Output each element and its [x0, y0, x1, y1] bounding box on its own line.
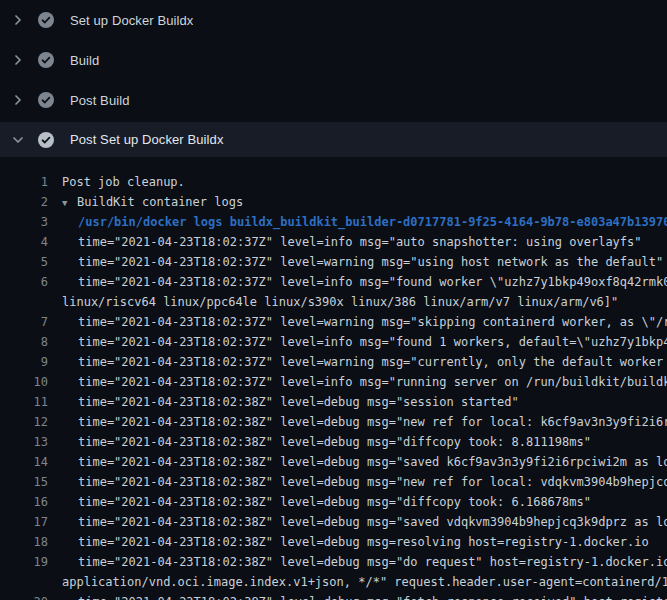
log-line: 4 time="2021-04-23T18:02:37Z" level=info… — [0, 232, 667, 252]
log-line: 10 time="2021-04-23T18:02:37Z" level=inf… — [0, 372, 667, 392]
log-line-number[interactable] — [0, 292, 48, 312]
log-line-text: time="2021-04-23T18:02:37Z" level=info m… — [48, 232, 642, 252]
log-line-number[interactable]: 6 — [0, 272, 48, 292]
check-circle-icon — [38, 132, 54, 148]
log-line: 19 time="2021-04-23T18:02:38Z" level=deb… — [0, 552, 667, 572]
log-line-number[interactable]: 2 — [0, 192, 48, 212]
step-label: Build — [70, 53, 99, 68]
log-line-text: Post job cleanup. — [48, 172, 185, 192]
log-line: 16 time="2021-04-23T18:02:38Z" level=deb… — [0, 492, 667, 512]
log-line-text: ▼BuildKit container logs — [48, 192, 243, 212]
log-line-number[interactable]: 17 — [0, 512, 48, 532]
log-line-text: time="2021-04-23T18:02:37Z" level=warnin… — [48, 352, 667, 372]
log-line-text: time="2021-04-23T18:02:37Z" level=info m… — [48, 272, 667, 292]
log-line-number[interactable]: 15 — [0, 472, 48, 492]
log-line-number[interactable]: 3 — [0, 212, 48, 232]
log-line-number[interactable]: 16 — [0, 492, 48, 512]
log-line: 9 time="2021-04-23T18:02:37Z" level=warn… — [0, 352, 667, 372]
log-line-number[interactable]: 10 — [0, 372, 48, 392]
log-line: 14 time="2021-04-23T18:02:38Z" level=deb… — [0, 452, 667, 472]
group-title: BuildKit container logs — [77, 195, 243, 209]
log-line-text: time="2021-04-23T18:02:38Z" level=debug … — [48, 592, 667, 600]
log-line: 3 /usr/bin/docker logs buildx_buildkit_b… — [0, 212, 667, 232]
log-line-number[interactable]: 7 — [0, 312, 48, 332]
log-line: 11 time="2021-04-23T18:02:38Z" level=deb… — [0, 392, 667, 412]
chevron-right-icon — [10, 92, 26, 108]
chevron-right-icon — [10, 52, 26, 68]
chevron-right-icon — [10, 12, 26, 28]
log-line-text: linux/riscv64 linux/ppc64le linux/s390x … — [48, 292, 618, 312]
log-line: 1 Post job cleanup. — [0, 172, 667, 192]
log-line-number[interactable]: 1 — [0, 172, 48, 192]
log-line-number[interactable]: 8 — [0, 332, 48, 352]
step-list: Set up Docker Buildx Build Post Build Po… — [0, 0, 667, 157]
log-line: 13 time="2021-04-23T18:02:38Z" level=deb… — [0, 432, 667, 452]
check-circle-icon — [38, 92, 54, 108]
log-line: 15 time="2021-04-23T18:02:38Z" level=deb… — [0, 472, 667, 492]
log-line: 7 time="2021-04-23T18:02:37Z" level=warn… — [0, 312, 667, 332]
log-line-text: time="2021-04-23T18:02:38Z" level=debug … — [48, 512, 667, 532]
log-line-text: time="2021-04-23T18:02:38Z" level=debug … — [48, 412, 667, 432]
chevron-down-icon — [10, 132, 26, 148]
step-header-2[interactable]: Post Build — [0, 80, 667, 120]
log-line-number[interactable]: 18 — [0, 532, 48, 552]
step-header-0[interactable]: Set up Docker Buildx — [0, 0, 667, 40]
log-line-text: time="2021-04-23T18:02:37Z" level=warnin… — [48, 252, 663, 272]
step-label: Post Build — [70, 93, 130, 108]
log-line: 12 time="2021-04-23T18:02:38Z" level=deb… — [0, 412, 667, 432]
log-line: 5 time="2021-04-23T18:02:37Z" level=warn… — [0, 252, 667, 272]
step-header-1[interactable]: Build — [0, 40, 667, 80]
log-line-text: time="2021-04-23T18:02:38Z" level=debug … — [48, 552, 667, 572]
log-line-number[interactable]: 5 — [0, 252, 48, 272]
log-line-number[interactable]: 20 — [0, 592, 48, 600]
group-toggle-icon[interactable]: ▼ — [62, 193, 77, 212]
log-line: 20 time="2021-04-23T18:02:38Z" level=deb… — [0, 592, 667, 600]
log-line-text: time="2021-04-23T18:02:37Z" level=info m… — [48, 372, 667, 392]
log-line-number[interactable]: 19 — [0, 552, 48, 572]
log-line-text: time="2021-04-23T18:02:38Z" level=debug … — [48, 472, 667, 492]
log-line: 2 ▼BuildKit container logs — [0, 192, 667, 212]
log-line-text: time="2021-04-23T18:02:38Z" level=debug … — [48, 492, 591, 512]
step-label: Set up Docker Buildx — [70, 13, 193, 28]
log-line-number[interactable]: 13 — [0, 432, 48, 452]
log-line-text: application/vnd.oci.image.index.v1+json,… — [48, 572, 667, 592]
log-line: 17 time="2021-04-23T18:02:38Z" level=deb… — [0, 512, 667, 532]
log-line-number[interactable]: 11 — [0, 392, 48, 412]
log-line-text: time="2021-04-23T18:02:38Z" level=debug … — [48, 392, 519, 412]
check-circle-icon — [38, 52, 54, 68]
log-line-continuation: linux/riscv64 linux/ppc64le linux/s390x … — [0, 292, 667, 312]
log-line-text: time="2021-04-23T18:02:38Z" level=debug … — [48, 432, 591, 452]
log-line-number[interactable]: 9 — [0, 352, 48, 372]
log-line: 8 time="2021-04-23T18:02:37Z" level=info… — [0, 332, 667, 352]
log-line-continuation: application/vnd.oci.image.index.v1+json,… — [0, 572, 667, 592]
log-line-text: time="2021-04-23T18:02:38Z" level=debug … — [48, 452, 667, 472]
step-label: Post Set up Docker Buildx — [70, 132, 224, 147]
step-header-3[interactable]: Post Set up Docker Buildx — [0, 122, 667, 157]
check-circle-icon — [38, 12, 54, 28]
log-output: 1 Post job cleanup. 2 ▼BuildKit containe… — [0, 157, 667, 600]
log-line-text: time="2021-04-23T18:02:37Z" level=warnin… — [48, 312, 667, 332]
log-line: 18 time="2021-04-23T18:02:38Z" level=deb… — [0, 532, 667, 552]
log-line-text: /usr/bin/docker logs buildx_buildkit_bui… — [48, 212, 667, 232]
job-log-viewer: Set up Docker Buildx Build Post Build Po… — [0, 0, 667, 600]
log-line-text: time="2021-04-23T18:02:37Z" level=info m… — [48, 332, 667, 352]
log-line: 6 time="2021-04-23T18:02:37Z" level=info… — [0, 272, 667, 292]
log-line-number[interactable] — [0, 572, 48, 592]
log-line-number[interactable]: 4 — [0, 232, 48, 252]
log-line-number[interactable]: 12 — [0, 412, 48, 432]
log-line-text: time="2021-04-23T18:02:38Z" level=debug … — [48, 532, 649, 552]
log-line-number[interactable]: 14 — [0, 452, 48, 472]
